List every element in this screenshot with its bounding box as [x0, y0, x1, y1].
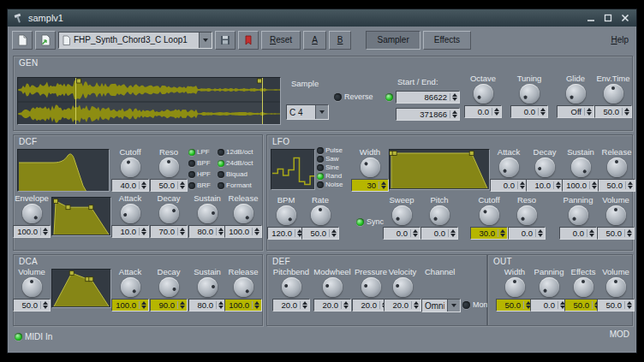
compare-b-button[interactable]: B	[329, 31, 352, 50]
modwheel-knob[interactable]: Modwheel20.0	[312, 267, 353, 312]
sweep-knob[interactable]: Sweep0.0	[385, 195, 419, 240]
lfo-sustain-knob-dial[interactable]	[571, 157, 591, 177]
formant-radio[interactable]: Formant	[218, 181, 253, 189]
lfo-release-knob-spin-buttons[interactable]	[625, 181, 635, 189]
titlebar[interactable]: samplv1	[8, 9, 636, 27]
dca-sustain-knob-dial[interactable]	[198, 277, 218, 297]
dca-decay-knob-spin-buttons[interactable]	[177, 301, 187, 309]
reso-knob-value[interactable]: 50.0	[150, 179, 188, 192]
rate-knob-value[interactable]: 50.0	[301, 227, 339, 240]
dcf-decay-knob-spin-buttons[interactable]	[177, 228, 187, 235]
lfo-width-knob[interactable]: Width30	[351, 147, 389, 192]
env-time-knob-dial[interactable]	[604, 84, 623, 104]
lfo-panning-knob-dial[interactable]	[569, 205, 588, 225]
help-button[interactable]: Help	[607, 31, 632, 50]
glide-knob-dial[interactable]	[566, 84, 586, 104]
brf-radio[interactable]: BRF	[188, 181, 211, 189]
delete-preset-button[interactable]	[238, 31, 259, 50]
reso-knob-dial[interactable]	[159, 157, 179, 177]
new-preset-button[interactable]	[12, 31, 33, 50]
hpf-radio[interactable]: HPF	[188, 170, 211, 178]
dcf-attack-knob-spin-buttons[interactable]	[139, 228, 148, 235]
pitch-knob-value[interactable]: 0.0	[420, 227, 458, 240]
minimize-button[interactable]	[585, 13, 597, 24]
dcf-decay-knob-value[interactable]: 70.0	[150, 225, 188, 238]
lfo-release-knob[interactable]: Release50.0	[599, 147, 634, 192]
dcf-decay-knob-dial[interactable]	[159, 204, 179, 223]
lfo-release-knob-dial[interactable]	[607, 157, 627, 177]
velocity-knob-value[interactable]: 20.0	[384, 299, 421, 312]
lfo-volume-knob-value[interactable]: 50.0	[597, 227, 635, 240]
dca-attack-knob[interactable]: Attack100.0	[111, 267, 149, 312]
out-effects-knob[interactable]: Effects50.0	[567, 267, 599, 312]
out-volume-knob-spin-buttons[interactable]	[624, 301, 634, 309]
cutoff-knob-dial[interactable]	[121, 157, 140, 177]
sample-waveform-display[interactable]	[17, 77, 281, 125]
lfo-cutoff-knob[interactable]: Cutoff30.0	[472, 195, 506, 240]
tab-sampler[interactable]: Sampler	[366, 31, 420, 50]
dca-volume-knob-dial[interactable]	[22, 277, 42, 297]
maximize-button[interactable]	[602, 13, 614, 24]
glide-knob[interactable]: GlideOff	[555, 74, 596, 118]
tuning-knob-spin-buttons[interactable]	[538, 108, 547, 116]
close-button[interactable]	[619, 13, 631, 24]
dcf-envelope-knob-value[interactable]: 100.0	[13, 225, 51, 238]
start-spinbox[interactable]: 86622	[396, 91, 460, 104]
sweep-knob-dial[interactable]	[392, 205, 412, 225]
dcf-envelope-knob-dial[interactable]	[22, 204, 42, 223]
octave-knob-dial[interactable]	[474, 84, 493, 104]
reso-knob-spin-buttons[interactable]	[177, 181, 187, 189]
pitchbend-knob-spin-buttons[interactable]	[300, 301, 309, 309]
pitchbend-knob-dial[interactable]	[282, 277, 301, 297]
note-combo[interactable]: C 4	[286, 104, 329, 120]
dca-sustain-knob[interactable]: Sustain80.0	[188, 267, 226, 312]
dca-release-knob[interactable]: Release100.0	[224, 267, 262, 312]
glide-knob-value[interactable]: Off	[557, 105, 594, 118]
preset-combo[interactable]: FHP_Synth_Chord3_C Loop1	[58, 32, 212, 49]
slope-12db-radio[interactable]: 12dB/oct	[218, 148, 253, 156]
compare-a-button[interactable]: A	[303, 31, 326, 50]
bpm-knob-dial[interactable]	[277, 205, 296, 225]
out-panning-knob-value[interactable]: 0.0	[530, 299, 568, 312]
dca-release-knob-spin-buttons[interactable]	[252, 301, 261, 309]
reverse-radio[interactable]: Reverse	[334, 92, 373, 101]
slope-24db-radio[interactable]: 24dB/oct	[218, 159, 253, 167]
out-panning-knob[interactable]: Panning0.0	[533, 267, 565, 312]
lfo-width-knob-dial[interactable]	[361, 157, 380, 177]
out-volume-knob-dial[interactable]	[606, 277, 626, 297]
lpf-radio[interactable]: LPF	[188, 148, 211, 156]
lfo-reso-knob-spin-buttons[interactable]	[535, 229, 545, 237]
lfo-volume-knob[interactable]: Volume50.0	[599, 195, 633, 240]
lfo-attack-knob[interactable]: Attack0.0	[492, 147, 526, 192]
channel-combo-arrow[interactable]	[447, 300, 460, 312]
dca-sustain-knob-value[interactable]: 80.0	[188, 299, 226, 312]
pitch-knob[interactable]: Pitch0.0	[422, 195, 456, 240]
dca-release-knob-dial[interactable]	[234, 277, 253, 297]
dcf-envelope-knob-spin-buttons[interactable]	[40, 228, 50, 235]
lfo-reso-knob-value[interactable]: 0.0	[508, 227, 546, 240]
dcf-attack-knob-value[interactable]: 10.0	[111, 225, 149, 238]
lfo-panning-knob-value[interactable]: 0.0	[559, 227, 597, 240]
reso-knob[interactable]: Reso50.0	[150, 147, 188, 192]
pitchbend-knob[interactable]: Pitchbend20.0	[271, 267, 312, 312]
note-combo-arrow[interactable]	[315, 105, 328, 119]
dcf-envelope-knob[interactable]: Envelope100.0	[14, 193, 50, 238]
pitch-knob-dial[interactable]	[430, 205, 450, 225]
dcf-attack-knob[interactable]: Attack10.0	[111, 193, 149, 238]
saw-radio[interactable]: Saw	[317, 155, 343, 163]
rate-knob-spin-buttons[interactable]	[329, 229, 338, 237]
velocity-knob-spin-buttons[interactable]	[411, 301, 420, 309]
dcf-decay-knob[interactable]: Decay70.0	[150, 193, 188, 238]
lfo-decay-knob-value[interactable]: 10.0	[526, 179, 564, 192]
pulse-radio[interactable]: Pulse	[317, 146, 343, 154]
dca-decay-knob-value[interactable]: 90.0	[150, 299, 188, 312]
sweep-knob-value[interactable]: 0.0	[383, 227, 420, 240]
sine-radio[interactable]: Sine	[317, 163, 343, 171]
dcf-sustain-knob-value[interactable]: 80.0	[188, 225, 226, 238]
lfo-cutoff-knob-spin-buttons[interactable]	[498, 229, 507, 237]
rand-radio[interactable]: Rand	[317, 172, 343, 180]
lfo-attack-knob-value[interactable]: 0.0	[490, 179, 528, 192]
save-preset-button[interactable]	[215, 31, 236, 50]
dcf-release-knob-dial[interactable]	[234, 204, 253, 223]
lfo-decay-knob[interactable]: Decay10.0	[528, 147, 562, 192]
